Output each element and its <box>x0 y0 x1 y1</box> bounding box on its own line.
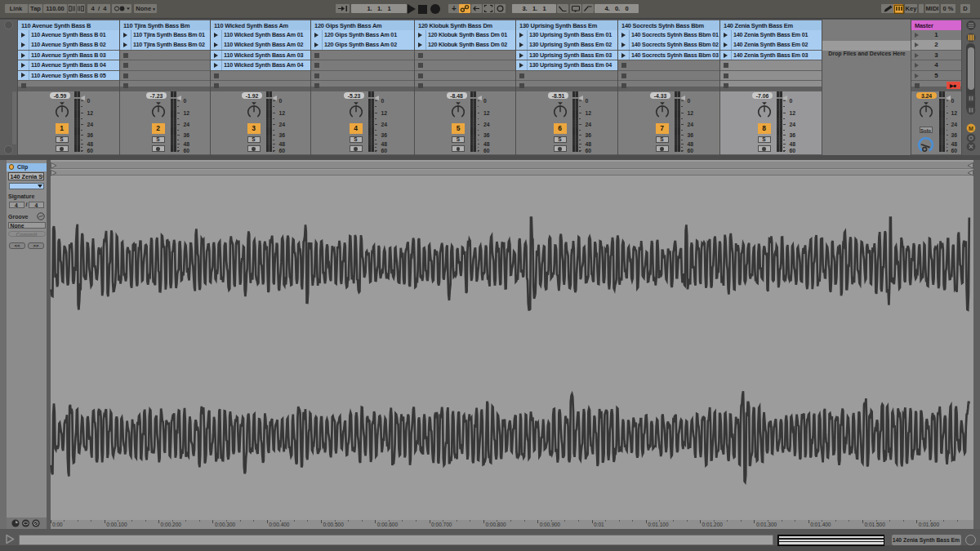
svg-text:M: M <box>969 126 973 131</box>
